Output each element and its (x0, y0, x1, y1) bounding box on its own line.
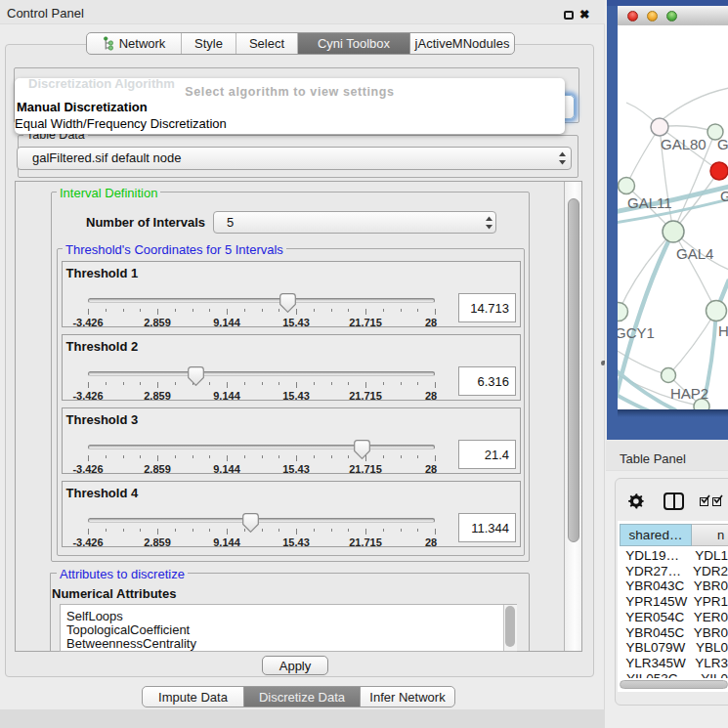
svg-text:GAL11: GAL11 (627, 194, 672, 211)
svg-text:GCY1: GCY1 (618, 324, 655, 341)
svg-text:GAL80: GAL80 (661, 136, 707, 152)
svg-text:G: G (720, 188, 728, 204)
svg-text:HAP2: HAP2 (670, 385, 708, 402)
svg-text:H: H (718, 322, 728, 339)
svg-text:GAL4: GAL4 (676, 245, 713, 262)
svg-text:G: G (717, 136, 728, 152)
